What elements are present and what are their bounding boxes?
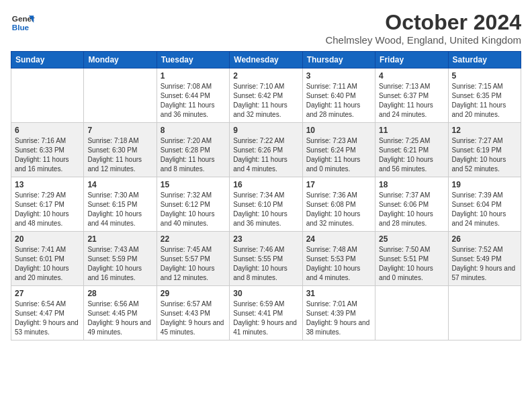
day-number: 27 [15, 289, 80, 298]
calendar-cell: 14Sunrise: 7:30 AM Sunset: 6:15 PM Dayli… [84, 177, 157, 232]
calendar-cell: 28Sunrise: 6:56 AM Sunset: 4:45 PM Dayli… [84, 286, 157, 340]
day-number: 6 [15, 126, 80, 135]
day-number: 18 [379, 180, 444, 189]
calendar-cell: 18Sunrise: 7:37 AM Sunset: 6:06 PM Dayli… [375, 177, 448, 232]
day-info: Sunrise: 7:11 AM Sunset: 6:40 PM Dayligh… [306, 82, 371, 120]
day-info: Sunrise: 7:18 AM Sunset: 6:30 PM Dayligh… [87, 136, 152, 174]
week-row-1: 1Sunrise: 7:08 AM Sunset: 6:44 PM Daylig… [11, 68, 521, 123]
day-number: 16 [233, 180, 298, 189]
header-cell-monday: Monday [84, 52, 157, 68]
calendar-cell: 5Sunrise: 7:15 AM Sunset: 6:35 PM Daylig… [448, 68, 521, 123]
title-block: October 2024 Chelmsley Wood, England, Un… [325, 11, 521, 46]
calendar-table: SundayMondayTuesdayWednesdayThursdayFrid… [11, 51, 521, 340]
calendar-cell: 11Sunrise: 7:25 AM Sunset: 6:21 PM Dayli… [375, 123, 448, 177]
day-number: 28 [87, 289, 152, 298]
header-cell-wednesday: Wednesday [230, 52, 302, 68]
calendar-cell: 1Sunrise: 7:08 AM Sunset: 6:44 PM Daylig… [157, 68, 229, 123]
calendar-cell: 29Sunrise: 6:57 AM Sunset: 4:43 PM Dayli… [157, 286, 229, 340]
day-number: 31 [306, 289, 371, 298]
month-title: October 2024 [325, 11, 521, 34]
day-info: Sunrise: 6:54 AM Sunset: 4:47 PM Dayligh… [15, 300, 80, 337]
day-info: Sunrise: 7:29 AM Sunset: 6:17 PM Dayligh… [15, 191, 80, 228]
day-number: 24 [306, 234, 371, 244]
day-number: 19 [452, 180, 517, 189]
svg-text:Blue: Blue [12, 23, 30, 32]
day-number: 3 [306, 71, 371, 81]
calendar-cell: 19Sunrise: 7:39 AM Sunset: 6:04 PM Dayli… [448, 177, 521, 232]
week-row-4: 20Sunrise: 7:41 AM Sunset: 6:01 PM Dayli… [11, 232, 521, 286]
day-info: Sunrise: 7:08 AM Sunset: 6:44 PM Dayligh… [161, 82, 226, 120]
calendar-cell [84, 68, 157, 123]
day-info: Sunrise: 7:43 AM Sunset: 5:59 PM Dayligh… [87, 245, 152, 283]
day-info: Sunrise: 7:50 AM Sunset: 5:51 PM Dayligh… [379, 245, 444, 283]
day-number: 11 [379, 126, 444, 135]
calendar-cell: 10Sunrise: 7:23 AM Sunset: 6:24 PM Dayli… [302, 123, 375, 177]
day-number: 26 [452, 234, 517, 244]
week-row-2: 6Sunrise: 7:16 AM Sunset: 6:33 PM Daylig… [11, 123, 521, 177]
calendar-cell: 2Sunrise: 7:10 AM Sunset: 6:42 PM Daylig… [230, 68, 302, 123]
calendar-cell: 9Sunrise: 7:22 AM Sunset: 6:26 PM Daylig… [230, 123, 302, 177]
day-info: Sunrise: 7:46 AM Sunset: 5:55 PM Dayligh… [233, 245, 298, 283]
header-row: SundayMondayTuesdayWednesdayThursdayFrid… [11, 52, 521, 68]
logo-icon: General Blue [11, 11, 35, 35]
calendar-cell: 23Sunrise: 7:46 AM Sunset: 5:55 PM Dayli… [230, 232, 302, 286]
day-info: Sunrise: 7:37 AM Sunset: 6:06 PM Dayligh… [379, 191, 444, 228]
calendar-cell: 25Sunrise: 7:50 AM Sunset: 5:51 PM Dayli… [375, 232, 448, 286]
day-info: Sunrise: 7:36 AM Sunset: 6:08 PM Dayligh… [306, 191, 371, 228]
day-number: 13 [15, 180, 80, 189]
header-cell-thursday: Thursday [302, 52, 375, 68]
day-info: Sunrise: 7:30 AM Sunset: 6:15 PM Dayligh… [87, 191, 152, 228]
day-number: 7 [87, 126, 152, 135]
header-cell-friday: Friday [375, 52, 448, 68]
day-info: Sunrise: 7:39 AM Sunset: 6:04 PM Dayligh… [452, 191, 517, 228]
day-info: Sunrise: 6:56 AM Sunset: 4:45 PM Dayligh… [87, 300, 152, 337]
day-info: Sunrise: 7:34 AM Sunset: 6:10 PM Dayligh… [233, 191, 298, 228]
day-info: Sunrise: 7:45 AM Sunset: 5:57 PM Dayligh… [161, 245, 226, 283]
calendar-cell [11, 68, 84, 123]
day-number: 5 [452, 71, 517, 81]
day-number: 14 [87, 180, 152, 189]
calendar-cell: 21Sunrise: 7:43 AM Sunset: 5:59 PM Dayli… [84, 232, 157, 286]
day-info: Sunrise: 7:15 AM Sunset: 6:35 PM Dayligh… [452, 82, 517, 120]
week-row-3: 13Sunrise: 7:29 AM Sunset: 6:17 PM Dayli… [11, 177, 521, 232]
day-number: 15 [161, 180, 226, 189]
calendar-cell: 30Sunrise: 6:59 AM Sunset: 4:41 PM Dayli… [230, 286, 302, 340]
calendar-cell: 4Sunrise: 7:13 AM Sunset: 6:37 PM Daylig… [375, 68, 448, 123]
calendar-cell [375, 286, 448, 340]
day-number: 20 [15, 234, 80, 244]
day-number: 8 [161, 126, 226, 135]
calendar-cell: 8Sunrise: 7:20 AM Sunset: 6:28 PM Daylig… [157, 123, 229, 177]
day-info: Sunrise: 7:41 AM Sunset: 6:01 PM Dayligh… [15, 245, 80, 283]
day-info: Sunrise: 7:25 AM Sunset: 6:21 PM Dayligh… [379, 136, 444, 174]
location-subtitle: Chelmsley Wood, England, United Kingdom [325, 34, 521, 46]
calendar-cell: 22Sunrise: 7:45 AM Sunset: 5:57 PM Dayli… [157, 232, 229, 286]
logo: General Blue [11, 11, 35, 35]
day-number: 10 [306, 126, 371, 135]
day-info: Sunrise: 7:27 AM Sunset: 6:19 PM Dayligh… [452, 136, 517, 174]
calendar-cell [448, 286, 521, 340]
week-row-5: 27Sunrise: 6:54 AM Sunset: 4:47 PM Dayli… [11, 286, 521, 340]
calendar-cell: 15Sunrise: 7:32 AM Sunset: 6:12 PM Dayli… [157, 177, 229, 232]
page-header: General Blue October 2024 Chelmsley Wood… [11, 11, 521, 46]
day-number: 12 [452, 126, 517, 135]
day-info: Sunrise: 7:23 AM Sunset: 6:24 PM Dayligh… [306, 136, 371, 174]
calendar-cell: 26Sunrise: 7:52 AM Sunset: 5:49 PM Dayli… [448, 232, 521, 286]
calendar-cell: 12Sunrise: 7:27 AM Sunset: 6:19 PM Dayli… [448, 123, 521, 177]
calendar-cell: 3Sunrise: 7:11 AM Sunset: 6:40 PM Daylig… [302, 68, 375, 123]
day-number: 2 [233, 71, 298, 81]
day-number: 29 [161, 289, 226, 298]
day-info: Sunrise: 7:16 AM Sunset: 6:33 PM Dayligh… [15, 136, 80, 174]
calendar-cell: 13Sunrise: 7:29 AM Sunset: 6:17 PM Dayli… [11, 177, 84, 232]
day-number: 21 [87, 234, 152, 244]
day-number: 22 [161, 234, 226, 244]
day-number: 30 [233, 289, 298, 298]
day-number: 1 [161, 71, 226, 81]
day-number: 23 [233, 234, 298, 244]
day-info: Sunrise: 7:13 AM Sunset: 6:37 PM Dayligh… [379, 82, 444, 120]
calendar-cell: 6Sunrise: 7:16 AM Sunset: 6:33 PM Daylig… [11, 123, 84, 177]
day-info: Sunrise: 7:52 AM Sunset: 5:49 PM Dayligh… [452, 245, 517, 283]
day-number: 25 [379, 234, 444, 244]
calendar-cell: 24Sunrise: 7:48 AM Sunset: 5:53 PM Dayli… [302, 232, 375, 286]
calendar-cell: 7Sunrise: 7:18 AM Sunset: 6:30 PM Daylig… [84, 123, 157, 177]
day-number: 17 [306, 180, 371, 189]
